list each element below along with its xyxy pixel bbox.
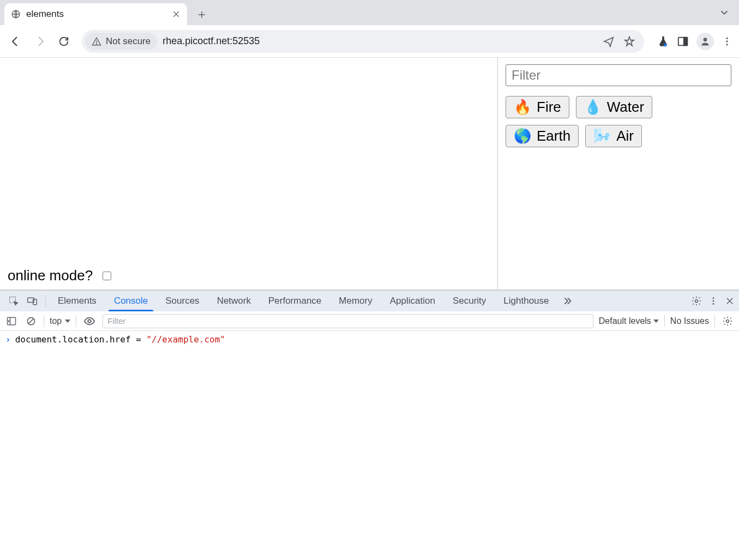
console-settings-button[interactable] xyxy=(720,316,735,327)
devtools-tab-memory[interactable]: Memory xyxy=(330,291,381,311)
devtools-tab-sources[interactable]: Sources xyxy=(157,291,208,311)
element-button-earth[interactable]: 🌎Earth xyxy=(506,125,579,147)
new-tab-button[interactable] xyxy=(194,7,210,23)
code-prefix: document.location.href = xyxy=(15,334,147,345)
svg-point-15 xyxy=(713,303,714,305)
devtools-menu-button[interactable] xyxy=(708,296,718,306)
close-icon[interactable] xyxy=(172,10,181,19)
side-panel-icon[interactable] xyxy=(677,35,689,47)
water-icon: 💧 xyxy=(584,99,602,116)
execution-context-selector[interactable]: top xyxy=(50,316,70,326)
svg-point-14 xyxy=(713,300,714,302)
page-content: online mode? 🔥Fire💧Water🌎Earth🌬️Air xyxy=(0,58,739,290)
browser-tab[interactable]: elements xyxy=(4,3,187,25)
inspect-element-button[interactable] xyxy=(4,291,23,311)
issues-label: No Issues xyxy=(670,316,709,326)
clear-console-button[interactable] xyxy=(24,316,38,327)
element-label: Water xyxy=(607,99,644,116)
online-mode-label: online mode? xyxy=(8,267,93,284)
devtools-close-button[interactable] xyxy=(725,296,735,306)
warning-icon xyxy=(92,37,101,46)
svg-point-12 xyxy=(695,300,698,303)
profile-button[interactable] xyxy=(696,33,714,50)
dropdown-icon xyxy=(653,320,659,323)
svg-point-19 xyxy=(726,320,729,322)
devtools-tab-elements[interactable]: Elements xyxy=(49,291,105,311)
console-output[interactable]: › document.location.href = "//example.co… xyxy=(0,331,739,560)
element-label: Earth xyxy=(537,128,570,144)
devtools-tab-security[interactable]: Security xyxy=(444,291,495,311)
fire-icon: 🔥 xyxy=(514,99,531,116)
filter-input[interactable] xyxy=(506,64,731,86)
online-mode-checkbox[interactable] xyxy=(103,272,111,280)
devtools-tab-application[interactable]: Application xyxy=(381,291,444,311)
devtools-tab-network[interactable]: Network xyxy=(208,291,260,311)
console-filter-input[interactable] xyxy=(103,314,593,328)
tab-search-button[interactable] xyxy=(718,7,730,19)
earth-icon: 🌎 xyxy=(514,128,531,144)
console-input-line: › document.location.href = "//example.co… xyxy=(5,334,734,345)
console-code: document.location.href = "//example.com" xyxy=(15,334,225,345)
element-button-air[interactable]: 🌬️Air xyxy=(585,125,642,147)
svg-point-8 xyxy=(726,44,728,45)
browser-toolbar: Not secure rhea.picoctf.net:52535 xyxy=(0,25,739,58)
console-toolbar: top Default levels No Issues xyxy=(0,311,739,331)
element-button-fire[interactable]: 🔥Fire xyxy=(506,96,569,118)
address-bar[interactable]: Not secure rhea.picoctf.net:52535 xyxy=(82,30,644,53)
svg-point-13 xyxy=(713,297,714,299)
online-mode-row: online mode? xyxy=(8,267,113,284)
device-toolbar-button[interactable] xyxy=(23,291,41,311)
console-prompt-icon: › xyxy=(5,334,11,345)
devtools-settings-button[interactable] xyxy=(691,296,702,306)
context-label: top xyxy=(50,316,62,326)
page-left-pane: online mode? xyxy=(0,58,497,290)
security-chip[interactable]: Not secure xyxy=(85,33,157,50)
log-levels-label: Default levels xyxy=(599,316,651,326)
element-label: Fire xyxy=(537,99,561,116)
page-right-pane: 🔥Fire💧Water🌎Earth🌬️Air xyxy=(498,58,739,290)
url-text: rhea.picoctf.net:52535 xyxy=(163,35,597,47)
devtools-tabstrip: ElementsConsoleSourcesNetworkPerformance… xyxy=(0,291,739,311)
person-icon xyxy=(700,36,711,47)
code-string: "//example.com" xyxy=(146,334,225,345)
security-label: Not secure xyxy=(106,36,151,47)
browser-tabstrip: elements xyxy=(0,0,739,25)
devtools-panel: ElementsConsoleSourcesNetworkPerformance… xyxy=(0,290,739,560)
svg-point-18 xyxy=(88,320,92,323)
chrome-menu-button[interactable] xyxy=(722,36,732,47)
devtools-tab-console[interactable]: Console xyxy=(105,291,157,311)
more-tabs-button[interactable] xyxy=(558,291,576,311)
element-label: Air xyxy=(616,128,634,144)
toggle-sidebar-button[interactable] xyxy=(4,316,19,327)
log-levels-selector[interactable]: Default levels xyxy=(599,316,659,326)
elements-list: 🔥Fire💧Water🌎Earth🌬️Air xyxy=(506,96,731,147)
tab-title: elements xyxy=(26,9,166,20)
air-icon: 🌬️ xyxy=(593,128,611,144)
live-expression-button[interactable] xyxy=(82,315,97,327)
globe-icon xyxy=(11,9,21,19)
labs-icon[interactable] xyxy=(657,35,669,47)
devtools-tab-lighthouse[interactable]: Lighthouse xyxy=(495,291,557,311)
svg-point-2 xyxy=(664,43,667,46)
back-button[interactable] xyxy=(7,32,25,51)
dropdown-icon xyxy=(65,320,70,323)
svg-point-1 xyxy=(96,43,97,44)
forward-button[interactable] xyxy=(31,32,49,51)
devtools-tab-performance[interactable]: Performance xyxy=(260,291,330,311)
svg-point-7 xyxy=(726,40,728,42)
svg-rect-4 xyxy=(684,37,687,45)
element-button-water[interactable]: 💧Water xyxy=(576,96,652,118)
send-icon[interactable] xyxy=(603,35,615,47)
svg-point-6 xyxy=(726,37,728,39)
svg-point-5 xyxy=(704,38,707,41)
reload-button[interactable] xyxy=(55,32,73,51)
bookmark-icon[interactable] xyxy=(623,35,635,47)
